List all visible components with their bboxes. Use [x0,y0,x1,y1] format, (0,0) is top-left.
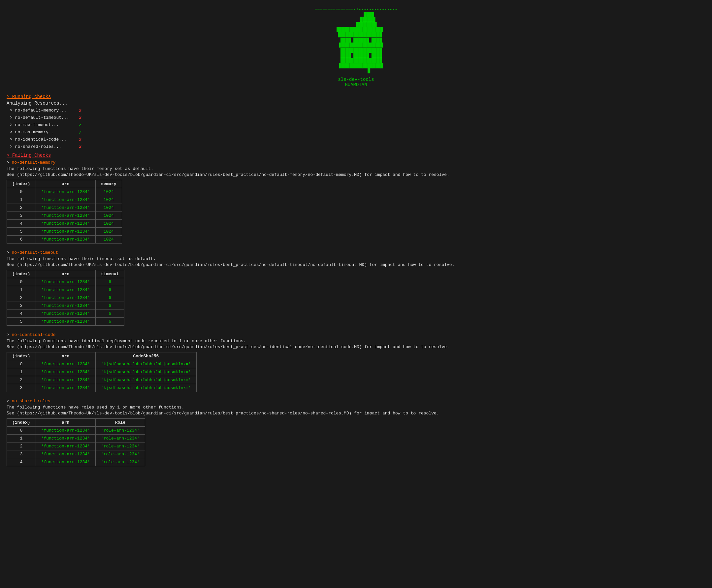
table-row: 3'function-arn-1234'1024 [7,211,122,219]
check-items-list: > no-default-memory... ✗ > no-default-ti… [6,107,706,150]
col-header-arn: arn [36,180,96,188]
table-row: 5'function-arn-1234'6 [7,317,124,326]
section-desc-1: The following functions have their timeo… [6,256,706,261]
fail-icon-4: ✗ [79,136,82,143]
failing-checks-header: > Failing Checks [6,153,706,158]
table-row: 1'function-arn-1234'1024 [7,196,122,204]
fail-icon-5: ✗ [79,144,82,150]
section-link-3: See (https://github.com/Theodo-UK/sls-de… [6,411,706,416]
table-row: 0'function-arn-1234''role-arn-1234' [7,426,145,434]
table-row: 2'function-arn-1234'1024 [7,204,122,211]
col-header-arn: arn [36,418,96,426]
section-title-0: no-default-memory [6,160,706,165]
table-row: 4'function-arn-1234'6 [7,310,124,317]
table-row: 2'function-arn-1234''kjsdfbasuhafubafubh… [7,376,197,384]
ascii-art-container: ===============-+--------------- ████ ██… [6,6,706,87]
table-row: 5'function-arn-1234'1024 [7,227,122,235]
running-checks-header: > Running checks [6,94,706,99]
app-name: sls-dev-tools GUARDIAN [6,77,706,87]
col-header-index: (index) [7,418,36,426]
table-no-identical-code: (index) arn CodeSha256 0'function-arn-12… [6,352,197,392]
table-no-default-memory: (index) arn memory 0'function-arn-1234'1… [6,180,122,244]
table-row: 1'function-arn-1234''kjsdfbasuhafubafubh… [7,368,197,376]
section-title-1: no-default-timeout [6,250,706,255]
table-row: 4'function-arn-1234'1024 [7,219,122,227]
table-row: 1'function-arn-1234''role-arn-1234' [7,434,145,442]
pass-icon-2: ✓ [79,122,82,128]
table-row: 3'function-arn-1234'6 [7,301,124,310]
section-desc-2: The following functions have identical d… [6,339,706,343]
check-item-5: > no-shared-roles... ✗ [10,144,706,150]
check-item-2: > no-max-timeout... ✓ [10,122,706,128]
section-no-shared-roles: no-shared-roles The following functions … [6,399,706,466]
table-row: 6'function-arn-1234'1024 [7,235,122,243]
section-link-0: See (https://github.com/Theodo-UK/sls-de… [6,172,706,177]
col-header-index: (index) [7,270,36,278]
section-title-2: no-identical-code [6,332,706,337]
col-header-index: (index) [7,180,36,188]
col-header-arn: arn [36,270,96,278]
section-link-2: See (https://github.com/Theodo-UK/sls-de… [6,344,706,350]
table-row: 0'function-arn-1234'1024 [7,188,122,196]
col-header-role: Role [96,418,145,426]
table-row: 2'function-arn-1234''role-arn-1234' [7,442,145,450]
col-header-codesha: CodeSha256 [96,352,196,360]
table-row: 0'function-arn-1234'6 [7,278,124,286]
pass-icon-3: ✓ [79,129,82,135]
table-row: 1'function-arn-1234'6 [7,286,124,294]
col-header-index: (index) [7,352,36,360]
table-row: 3'function-arn-1234''kjsdfbasuhafubafubh… [7,384,197,392]
check-item-1: > no-default-timeout... ✗ [10,114,706,121]
table-row: 4'function-arn-1234''role-arn-1234' [7,458,145,466]
col-header-memory: memory [96,180,122,188]
table-row: 2'function-arn-1234'6 [7,294,124,301]
section-desc-0: The following functions have their memor… [6,166,706,171]
col-header-arn: arn [36,352,96,360]
ascii-art: ===============-+--------------- ████ ██… [6,6,706,74]
col-header-timeout: timeout [96,270,124,278]
section-desc-3: The following functions have roles used … [6,405,706,410]
fail-icon-1: ✗ [79,114,82,121]
check-item-0: > no-default-memory... ✗ [10,107,706,114]
check-item-4: > no-identical-code... ✗ [10,136,706,143]
section-no-identical-code: no-identical-code The following function… [6,332,706,392]
section-link-1: See (https://github.com/Theodo-UK/sls-de… [6,262,706,267]
table-no-default-timeout: (index) arn timeout 0'function-arn-1234'… [6,270,124,326]
check-item-3: > no-max-memory... ✓ [10,129,706,135]
section-title-3: no-shared-roles [6,399,706,403]
table-row: 0'function-arn-1234''kjsdfbasuhafubafubh… [7,360,197,368]
analysing-label: Analysing Resources... [6,101,706,106]
table-row: 3'function-arn-1234''role-arn-1234' [7,450,145,458]
table-no-shared-roles: (index) arn Role 0'function-arn-1234''ro… [6,418,145,466]
section-no-default-memory: no-default-memory The following function… [6,160,706,244]
section-no-default-timeout: no-default-timeout The following functio… [6,250,706,326]
fail-icon-0: ✗ [79,107,82,114]
